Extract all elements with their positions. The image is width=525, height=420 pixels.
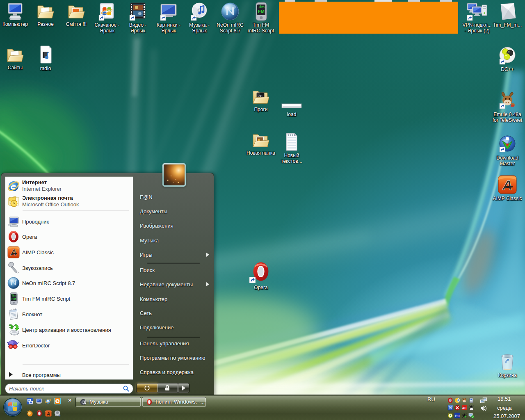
svg-text:ATI: ATI (462, 406, 466, 409)
svg-text:FM: FM (258, 9, 265, 14)
svg-text:N: N (449, 406, 452, 410)
svg-text:Tim: Tim (258, 5, 265, 9)
svg-text:FM: FM (11, 297, 16, 301)
svg-text:A: A (10, 247, 17, 258)
svg-text:Ru: Ru (455, 414, 459, 418)
svg-text:Tim: Tim (11, 294, 16, 297)
svg-text:A: A (46, 411, 50, 416)
svg-text:jlu: jlu (59, 414, 61, 417)
svg-text:A: A (502, 177, 513, 193)
